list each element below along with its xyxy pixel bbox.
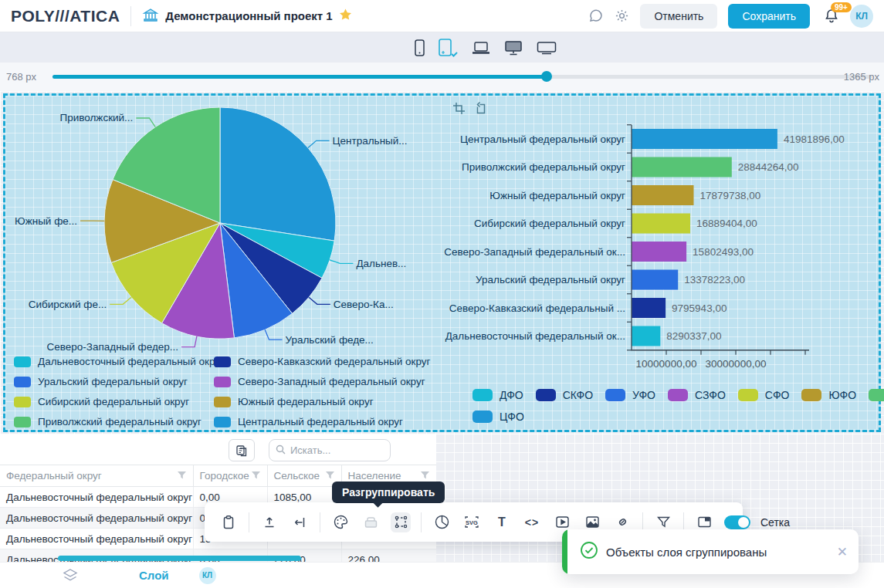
toolbar-divider: [421, 512, 422, 532]
bar-value-label: 8290337,00: [666, 330, 721, 342]
toast-accent-bar: [562, 529, 567, 574]
bar-legend-item-ЦФО[interactable]: ЦФО: [472, 411, 524, 423]
column-filter-icon[interactable]: [325, 471, 335, 483]
legend-label: СКФО: [563, 389, 593, 401]
viewport-width-control: 768 px 1365 px: [0, 63, 884, 91]
container-icon-disabled[interactable]: [361, 512, 381, 532]
legend-label: Уральский федеральный округ: [38, 376, 188, 387]
pie-slice-ЦФО[interactable]: [220, 107, 336, 241]
column-filter-icon[interactable]: [251, 471, 261, 483]
slider-thumb[interactable]: [541, 71, 552, 82]
bar-legend-item-УФО[interactable]: УФО: [605, 389, 655, 401]
pie-legend-item-УФО[interactable]: Уральский федеральный округ: [14, 376, 211, 387]
device-laptop-icon[interactable]: [471, 40, 491, 56]
search-icon: [276, 444, 286, 458]
pie-callout-label: Уральский феде...: [286, 334, 374, 346]
upload-icon[interactable]: [259, 512, 279, 532]
ungroup-icon-active[interactable]: [391, 512, 411, 532]
bar-segment[interactable]: [632, 157, 732, 177]
notification-count-badge: 99+: [831, 2, 852, 12]
legend-swatch: [214, 357, 231, 367]
column-filter-icon[interactable]: [177, 471, 187, 483]
pie-callout-label: Северо-Западный федер...: [47, 341, 179, 353]
settings-gear-icon[interactable]: [615, 8, 629, 23]
pie-legend-item-СЗФО[interactable]: Северо-Западный федеральный округ: [214, 376, 430, 387]
legend-label: Северо-Западный федеральный округ: [238, 376, 425, 387]
device-tablet-icon-selected[interactable]: [438, 38, 459, 58]
pie-callout-label: Приволжский...: [59, 112, 133, 123]
bar-value-label: 17879738,00: [699, 190, 760, 201]
legend-swatch: [14, 397, 31, 407]
svg-icon[interactable]: SVG: [462, 512, 482, 532]
insert-left-icon[interactable]: [290, 512, 310, 532]
pie-legend-item-ПФО[interactable]: Приволжский федеральный округ: [14, 416, 211, 427]
bar-legend-item-СЗФО[interactable]: СЗФО: [668, 389, 726, 401]
legend-label: УФО: [632, 389, 655, 401]
cancel-button[interactable]: Отменить: [640, 4, 717, 29]
project-bank-icon: [142, 7, 159, 25]
bar-legend-item-СКФО[interactable]: СКФО: [536, 389, 593, 401]
pie-legend-item-СКФО[interactable]: Северо-Кавказский федеральный округ: [214, 356, 430, 367]
bar-legend-item-ПФО[interactable]: ПФО: [869, 389, 884, 401]
legend-label: ЮФО: [828, 389, 856, 401]
bar-segment[interactable]: [632, 214, 690, 234]
grid-toggle[interactable]: [724, 515, 750, 529]
bar-legend-item-ДФО[interactable]: ДФО: [472, 389, 523, 401]
legend-label: ДФО: [500, 389, 523, 401]
x-axis-tick-label: 10000000,00: [636, 358, 697, 370]
comments-icon[interactable]: [588, 8, 604, 23]
bar-segment[interactable]: [632, 298, 666, 318]
column-header-Федеральный округ: Федеральный округ: [0, 465, 193, 487]
viewport-max-label: 1365 px: [844, 71, 879, 83]
table-cell: Дальневосточный федеральный округ: [0, 487, 193, 508]
text-icon[interactable]: T: [492, 512, 512, 532]
legend-swatch: [801, 389, 821, 401]
pie-callout-line: [309, 297, 330, 304]
bar-segment[interactable]: [632, 185, 694, 205]
toast-close-icon[interactable]: ✕: [837, 544, 848, 560]
header: POLY///ATICA Демонстрационный проект 1 О…: [0, 0, 884, 32]
favorite-star-icon[interactable]: [339, 8, 352, 24]
bar-value-label: 9795943,00: [672, 302, 727, 314]
workspace: Центральный...Дальнев...Северо-Ка...Урал…: [0, 91, 884, 562]
device-desktop-icon[interactable]: [503, 39, 523, 56]
pie-legend-item-ЮФО[interactable]: Южный федеральный округ: [214, 396, 430, 407]
bar-legend-item-ЮФО[interactable]: ЮФО: [801, 389, 856, 401]
pie-legend-item-ДФО[interactable]: Дальневосточный федеральный округ: [14, 356, 211, 367]
dashboard-canvas-selected[interactable]: Центральный...Дальнев...Северо-Ка...Урал…: [3, 93, 881, 432]
code-icon[interactable]: <>: [522, 512, 542, 532]
device-tv-icon[interactable]: [536, 40, 557, 56]
bar-segment[interactable]: [632, 326, 660, 346]
pie-legend-item-ЦФО[interactable]: Центральный федеральный округ: [214, 416, 430, 427]
table-search: [269, 439, 391, 461]
legend-swatch: [14, 417, 31, 427]
horizontal-scrollbar-thumb[interactable]: [58, 556, 301, 561]
pie-callout-line: [136, 118, 155, 127]
layer-tab-label[interactable]: Слой: [139, 569, 169, 582]
viewport-width-slider[interactable]: [52, 75, 872, 79]
pie-chart-icon[interactable]: [432, 512, 452, 532]
save-button[interactable]: Сохранить: [728, 4, 810, 29]
bar-category-label: Дальневосточный федеральный ок...: [445, 330, 625, 342]
legend-label: Сибирский федеральный округ: [38, 396, 189, 407]
layers-icon[interactable]: [62, 568, 79, 583]
paste-icon[interactable]: [218, 512, 239, 532]
bar-legend-item-СФО[interactable]: СФО: [738, 389, 790, 401]
copy-table-icon[interactable]: [229, 439, 255, 461]
user-avatar[interactable]: КЛ: [850, 5, 873, 28]
pie-callout-line: [308, 140, 330, 147]
table-search-input[interactable]: [290, 444, 384, 456]
bar-segment[interactable]: [632, 129, 777, 149]
pie-legend-item-СФО[interactable]: Сибирский федеральный округ: [14, 396, 211, 407]
pie-callout-label: Сибирский фе...: [29, 299, 107, 310]
legend-swatch: [536, 389, 556, 401]
tooltip-text: Разгруппировать: [342, 486, 435, 498]
ungroup-tooltip: Разгруппировать: [332, 482, 445, 503]
legend-label: Дальневосточный федеральный округ: [38, 356, 224, 367]
palette-icon[interactable]: [330, 512, 351, 532]
bar-segment[interactable]: [632, 270, 678, 290]
bar-segment[interactable]: [632, 242, 686, 262]
legend-label: СЗФО: [695, 389, 726, 401]
device-phone-icon[interactable]: [414, 39, 425, 57]
pie-callout-label: Северо-Ка...: [334, 299, 394, 310]
